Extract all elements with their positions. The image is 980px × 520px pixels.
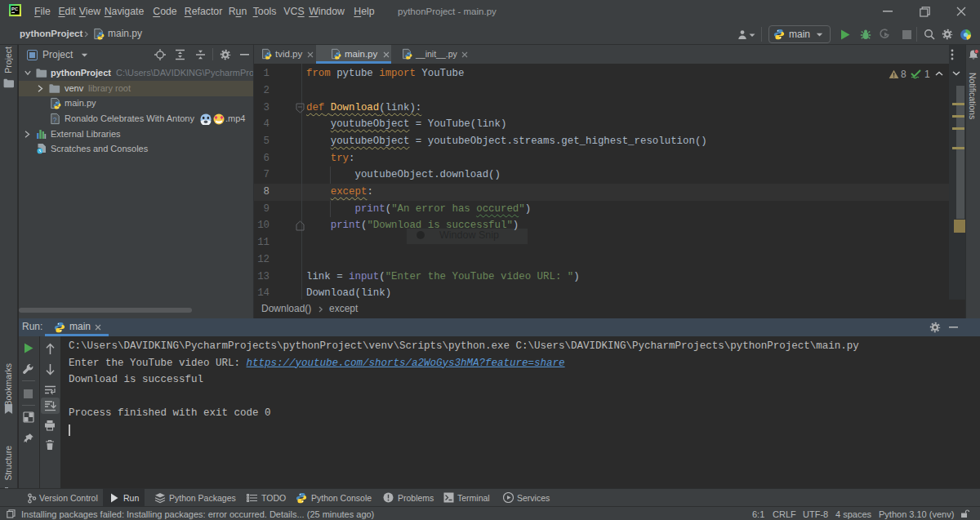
svg-text:PC: PC bbox=[11, 7, 19, 11]
svg-text:?: ? bbox=[53, 116, 57, 124]
